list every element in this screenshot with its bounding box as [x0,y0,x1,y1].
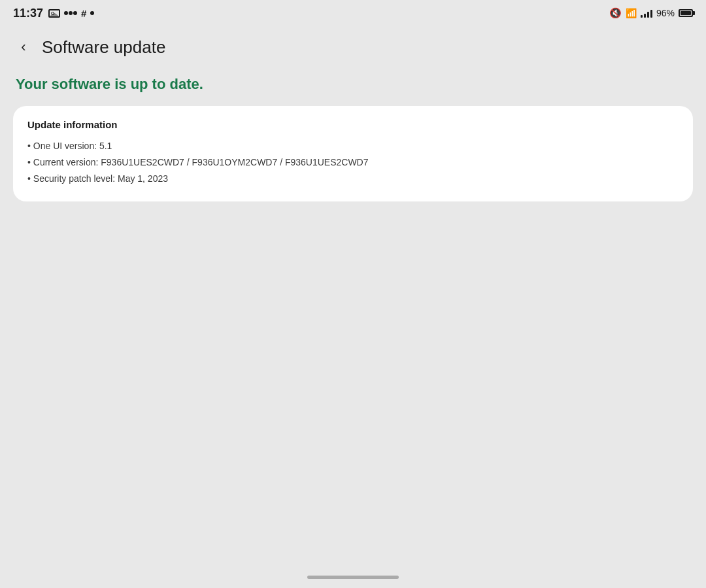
photo-icon [48,9,60,18]
status-time: 11:37 [13,7,43,20]
bottom-nav-indicator [307,576,399,579]
status-icons-left: # [48,8,94,19]
card-title: Update information [27,119,679,130]
battery-percent: 96% [656,8,675,18]
info-line-3: • Security patch level: May 1, 2023 [27,172,679,186]
up-to-date-message: Your software is up to date. [13,76,693,93]
update-card: Update information • One UI version: 5.1… [13,106,693,201]
back-button[interactable]: ‹ [10,34,37,60]
battery-icon [679,9,693,17]
wifi-icon: 📶 [626,8,637,18]
notification-dot [90,11,94,15]
status-bar-left: 11:37 # [13,7,94,20]
header: ‹ Software update [0,26,706,71]
status-bar: 11:37 # 🔇 📶 [0,0,706,26]
status-bar-right: 🔇 📶 96% [609,7,693,19]
info-line-2: • Current version: F936U1UES2CWD7 / F936… [27,156,679,169]
people-icon [64,11,77,16]
card-info: • One UI version: 5.1 • Current version:… [27,139,679,186]
main-content: Your software is up to date. Update info… [0,71,706,215]
info-line-1: • One UI version: 5.1 [27,139,679,153]
signal-bars [641,9,652,18]
slack-icon: # [81,8,86,19]
page-title: Software update [42,37,165,58]
back-arrow-icon: ‹ [21,40,25,54]
mute-icon: 🔇 [609,7,622,19]
